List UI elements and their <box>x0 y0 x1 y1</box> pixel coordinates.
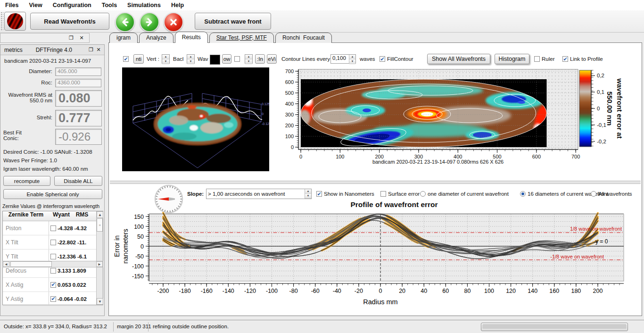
zernike-enable-checkbox[interactable]: ✔ <box>50 282 56 288</box>
surface3d-show-button[interactable]: ow <box>222 54 231 64</box>
col-zernike-term[interactable]: Zernike Term <box>3 211 49 221</box>
back-spinner[interactable]: ▲▼ <box>187 55 194 63</box>
interferogram-logo-button[interactable] <box>4 12 26 31</box>
metrics-titlebar[interactable]: metrics DFTFringe 4.0 ❐ ✕ <box>0 45 104 55</box>
zernike-table[interactable]: Zernike Term Wyant RMS Piston-4.328-4.32… <box>2 211 103 305</box>
zernike-enable-checkbox[interactable] <box>50 240 56 245</box>
col-rms[interactable]: RMS <box>74 211 91 221</box>
delete-wavefront-button[interactable] <box>164 12 183 32</box>
dock-close-icon[interactable]: ✕ <box>78 35 85 41</box>
zernike-hscrollbar[interactable]: ◄ ► <box>2 261 103 267</box>
checkbox-icon[interactable]: ✔ <box>123 56 129 62</box>
tab-ronchi-foucault[interactable]: Ronchi Foucault <box>275 33 332 43</box>
menu-tools[interactable]: Tools <box>97 0 122 10</box>
link-to-profile-checkbox[interactable]: ✔ Link to Profile <box>562 54 603 64</box>
zernike-row[interactable]: Y Astig✔-0.064-0.02 <box>3 292 103 306</box>
menu-files[interactable]: Files <box>0 0 24 10</box>
toolbar-drag-handle[interactable] <box>0 12 3 31</box>
x-tick-label: -80 <box>289 288 298 294</box>
surface3d-anti-button[interactable]: nti <box>133 54 144 64</box>
fillcontour-checkbox[interactable]: ✔ FillContour <box>380 54 413 64</box>
slope-combo[interactable]: > 1,00 arcseconds on wavefront ▲▼ <box>206 189 312 199</box>
slope-combo-arrows[interactable]: ▲▼ <box>305 189 311 199</box>
roc-field[interactable]: 4360.000 <box>55 79 101 87</box>
one-diameter-radio[interactable]: one diameter of current wavefront <box>420 189 509 199</box>
best-fit-conic-label: Best FitConic: <box>3 130 22 141</box>
ruler-checkbox[interactable]: Ruler <box>534 54 554 64</box>
scroll-up-icon[interactable]: ▲ <box>97 211 103 218</box>
zernike-wyant-value: -0.064 <box>58 296 73 302</box>
tab-star-test-psf-mtf[interactable]: Star Test, PSF, MTF <box>209 33 274 43</box>
diameter-field[interactable]: 405.000 <box>55 67 101 76</box>
surface3d-checkbox-2[interactable] <box>234 54 240 64</box>
metrics-float-icon[interactable]: ❐ <box>87 47 95 53</box>
zernike-row[interactable]: X Tilt-22.802-11. <box>3 235 103 250</box>
profile-plot[interactable]: -200-180-160-140-120-100-80-60-40-200204… <box>109 212 642 312</box>
show-nanometers-checkbox[interactable]: ✔ Show in Nanometers <box>316 189 374 199</box>
show-all-wavefronts-button[interactable]: Show All Wavefronts <box>427 54 490 64</box>
ref-bottom-label: -1/8 wave on wavefront <box>550 254 604 259</box>
zernike-row[interactable]: X Astig✔0.0530.022 <box>3 278 103 292</box>
recompute-button[interactable]: recompute <box>3 176 50 186</box>
tab-analyze[interactable]: Analyze <box>139 33 173 43</box>
next-wavefront-button[interactable] <box>140 12 159 32</box>
extra-spinner[interactable]: ▲▼ <box>245 55 252 63</box>
surface-error-checkbox[interactable]: Surface error <box>380 189 420 199</box>
previous-wavefront-button[interactable] <box>115 12 135 32</box>
contour-plot[interactable]: 0100200300400500600700010020030040050060… <box>281 66 642 176</box>
zernike-enable-checkbox[interactable] <box>50 268 56 274</box>
checkbox-icon[interactable] <box>534 56 540 62</box>
checkbox-icon[interactable]: ✔ <box>316 191 322 197</box>
hscroll-thumb[interactable] <box>10 261 52 267</box>
checkbox-icon[interactable] <box>380 191 386 197</box>
tab-results[interactable]: Results <box>175 32 208 43</box>
histogram-button[interactable]: Histogram <box>495 54 529 64</box>
horizontal-splitter[interactable] <box>110 181 641 184</box>
radio-icon[interactable] <box>420 191 426 197</box>
surface3d-vi-button[interactable]: eVi <box>267 54 277 64</box>
zernike-row[interactable]: Piston-4.328-4.32 <box>3 221 103 235</box>
scroll-left-icon[interactable]: ◄ <box>3 261 9 267</box>
menu-view[interactable]: View <box>24 0 48 10</box>
scroll-right-icon[interactable]: ► <box>96 261 103 267</box>
checkbox-icon[interactable] <box>234 56 240 62</box>
menu-configuration[interactable]: Configuration <box>48 0 97 10</box>
y-tick-label: 600 <box>285 79 294 85</box>
surface3d-in-button[interactable]: :In <box>255 54 265 64</box>
zernike-enable-checkbox[interactable] <box>50 254 56 259</box>
wavefront-color-swatch[interactable] <box>210 55 220 65</box>
checkbox-icon[interactable]: ✔ <box>380 56 385 62</box>
read-wavefront-button[interactable]: Read Wavefront/s <box>30 13 109 30</box>
zernike-enable-checkbox[interactable] <box>50 225 56 231</box>
slope-combo-value[interactable]: > 1,00 arcseconds on wavefront <box>206 189 305 199</box>
scroll-down-icon[interactable]: ▼ <box>97 298 103 305</box>
colorbar-tick-label: 0 <box>597 106 600 111</box>
surface3d-plot[interactable]: 0.1250-0.125 <box>122 67 269 171</box>
y-tick-label: 500 <box>285 90 294 96</box>
vert-spinner[interactable]: ▲▼ <box>162 55 169 63</box>
disable-all-button[interactable]: Disable ALL <box>54 176 102 186</box>
dock-float-icon[interactable]: ❐ <box>67 35 75 41</box>
contour-interval-arrows[interactable]: ▲▼ <box>349 55 355 63</box>
subtract-wavefront-button[interactable]: Subtract wave front <box>195 13 271 30</box>
menu-simulations[interactable]: Simulations <box>122 0 166 10</box>
checkbox-icon[interactable]: ✔ <box>562 56 568 62</box>
all-wavefronts-radio[interactable]: All wavefronts <box>591 189 632 199</box>
vscroll-thumb[interactable]: ≡ <box>97 218 103 232</box>
surface3d-checkbox-1[interactable]: ✔ <box>123 54 129 64</box>
zernike-table-header[interactable]: Zernike Term Wyant RMS <box>3 211 103 221</box>
col-wyant[interactable]: Wyant <box>49 211 74 221</box>
close-x-icon <box>169 18 178 26</box>
zernike-term: Piston <box>3 221 49 235</box>
contour-interval-value[interactable]: 0,100 <box>331 55 349 63</box>
radio-icon[interactable] <box>591 191 596 197</box>
tab-igram[interactable]: igram <box>109 33 138 43</box>
enable-spherical-button[interactable]: Enable Spherical only <box>3 189 102 199</box>
radio-icon[interactable] <box>520 191 526 197</box>
contour-interval-spinbox[interactable]: 0,100 ▲▼ <box>330 54 356 64</box>
y-tick-label: 50 <box>137 233 144 240</box>
menu-help[interactable]: Help <box>166 0 189 10</box>
metrics-close-icon[interactable]: ✕ <box>95 47 102 53</box>
zernike-vscrollbar[interactable]: ▲ ≡ ▼ <box>96 211 103 305</box>
zernike-enable-checkbox[interactable]: ✔ <box>50 296 56 302</box>
